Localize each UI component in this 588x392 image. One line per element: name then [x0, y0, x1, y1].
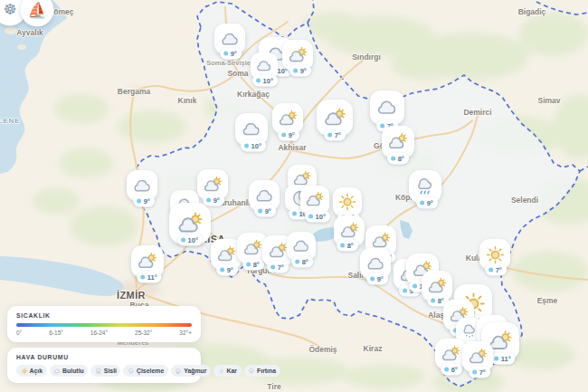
temperature-value: 11° — [501, 355, 511, 363]
rain-icon — [175, 368, 182, 375]
temperature-dot — [391, 157, 395, 161]
weather-filter-label: Açık — [30, 368, 43, 374]
temperature-badge[interactable]: 9° — [278, 129, 299, 141]
fog-icon — [95, 368, 102, 375]
temperature-tick: 25-32° — [135, 330, 152, 336]
weather-filter-label: Çiseleme — [137, 368, 164, 374]
temperature-dot — [420, 201, 424, 206]
temperature-dot — [206, 198, 211, 203]
temperature-dot — [270, 265, 275, 270]
temperature-badge[interactable]: 8° — [242, 259, 264, 271]
temperature-dot — [340, 244, 345, 248]
temperature-legend-title: SICAKLIK — [16, 312, 192, 319]
temperature-badge[interactable]: 10° — [241, 140, 266, 152]
temperature-value: 8° — [398, 155, 404, 163]
temperature-badge[interactable]: 9° — [289, 65, 311, 77]
temperature-tick: 6-15° — [49, 330, 63, 336]
temperature-badge[interactable]: 7° — [485, 264, 507, 276]
temperature-dot — [258, 209, 262, 214]
temperature-badge[interactable]: 9° — [254, 206, 276, 217]
temperature-value: 8° — [302, 258, 308, 266]
weather-filter-chips: AçıkBulutluSisliÇiselemeYağmurKarFırtına — [16, 365, 192, 377]
temperature-value: 9° — [300, 67, 307, 75]
temperature-dot — [472, 370, 477, 375]
temperature-value: 7° — [496, 266, 502, 274]
temperature-value: 7° — [479, 368, 486, 377]
temperature-value: 8° — [253, 261, 260, 269]
temperature-value: 9° — [289, 131, 295, 139]
temperature-badge[interactable]: 9° — [220, 48, 242, 60]
temperature-badge[interactable]: 10° — [177, 234, 203, 246]
weather-filter-snow[interactable]: Kar — [213, 365, 242, 377]
weather-filter-title: HAVA DURUMU — [16, 354, 192, 360]
temperature-badge[interactable]: 10° — [305, 211, 330, 223]
temperature-badge[interactable]: 7° — [267, 262, 289, 273]
legend-panels: SICAKLIK 0°6-15°16-24°25-32°32°+ HAVA DU… — [7, 306, 201, 383]
weather-filter-rain[interactable]: Yağmur — [171, 365, 211, 377]
temperature-dot — [370, 277, 375, 282]
sea — [0, 0, 123, 296]
temperature-badge[interactable]: 7° — [324, 129, 346, 141]
weather-filter-storm[interactable]: Fırtına — [244, 365, 280, 377]
temperature-value: 6° — [451, 366, 458, 374]
temperature-tick: 16-24° — [90, 330, 108, 336]
temperature-value: 11° — [147, 273, 157, 282]
temperature-badge[interactable]: 9° — [366, 273, 388, 285]
sun-icon — [21, 368, 28, 375]
snow-icon — [218, 368, 225, 375]
drizzle-icon — [128, 368, 135, 375]
weather-filter-label: Sisli — [104, 368, 117, 374]
temperature-badge[interactable]: 6° — [441, 364, 462, 376]
temperature-badge[interactable]: 11° — [137, 272, 161, 283]
temperature-dot — [431, 299, 435, 303]
temperature-badge[interactable]: 9° — [416, 197, 438, 209]
temperature-dot — [244, 144, 249, 148]
temperature-badge[interactable]: 7° — [469, 367, 490, 378]
temperature-dot — [488, 268, 493, 272]
temperature-value: 8° — [347, 242, 354, 250]
temperature-badge[interactable]: 8° — [291, 256, 313, 268]
temperature-dot — [292, 212, 297, 216]
temperature-value: 9° — [427, 199, 433, 207]
weather-filter-panel: HAVA DURUMU AçıkBulutluSisliÇiselemeYağm… — [7, 348, 201, 383]
temperature-dot — [220, 268, 224, 272]
temperature-value: 7° — [335, 131, 341, 139]
temperature-value: 9° — [144, 197, 150, 206]
temperature-dot — [444, 368, 449, 372]
temperature-badge[interactable]: 8° — [387, 153, 409, 165]
temperature-value: 9° — [213, 196, 220, 205]
temperature-badge[interactable]: 9° — [216, 264, 238, 276]
temperature-tick: 0° — [16, 330, 22, 336]
weather-filter-cloud[interactable]: Bulutlu — [50, 365, 89, 377]
weather-filter-sun[interactable]: Açık — [16, 365, 47, 377]
weather-filter-label: Kar — [227, 368, 238, 374]
temperature-dot — [137, 199, 141, 204]
temperature-tick: 32°+ — [179, 330, 192, 336]
temperature-value: 9° — [227, 266, 233, 274]
temperature-value: 10° — [188, 236, 198, 244]
temperature-dot — [223, 52, 228, 56]
weather-filter-fog[interactable]: Sisli — [90, 365, 120, 377]
temperature-dot — [327, 133, 332, 138]
temperature-dot — [403, 289, 407, 293]
temperature-value: 9° — [377, 275, 384, 283]
temperature-dot — [308, 215, 313, 219]
cloud-icon — [53, 368, 61, 375]
temperature-value: 10° — [263, 77, 273, 85]
weather-filter-drizzle[interactable]: Çiseleme — [123, 365, 167, 377]
temperature-dot — [181, 238, 185, 243]
temperature-badge[interactable]: 11° — [490, 353, 515, 365]
temperature-value: 9° — [231, 50, 237, 58]
temperature-value: 7° — [278, 263, 284, 272]
temperature-dot — [256, 79, 261, 83]
weather-map: GömeçAyvalıkBigadiçLENEBergamaKınıkSoma-… — [0, 0, 588, 392]
temperature-dot — [295, 260, 299, 264]
temperature-value: 10° — [251, 142, 261, 150]
temperature-badge[interactable]: 9° — [133, 196, 155, 207]
temperature-badge[interactable]: 8° — [337, 240, 358, 252]
temperature-dot — [413, 284, 417, 289]
weather-filter-label: Fırtına — [257, 368, 276, 374]
temperature-dot — [246, 263, 251, 267]
temperature-dot — [140, 275, 145, 280]
temperature-badge[interactable]: 10° — [252, 75, 278, 87]
